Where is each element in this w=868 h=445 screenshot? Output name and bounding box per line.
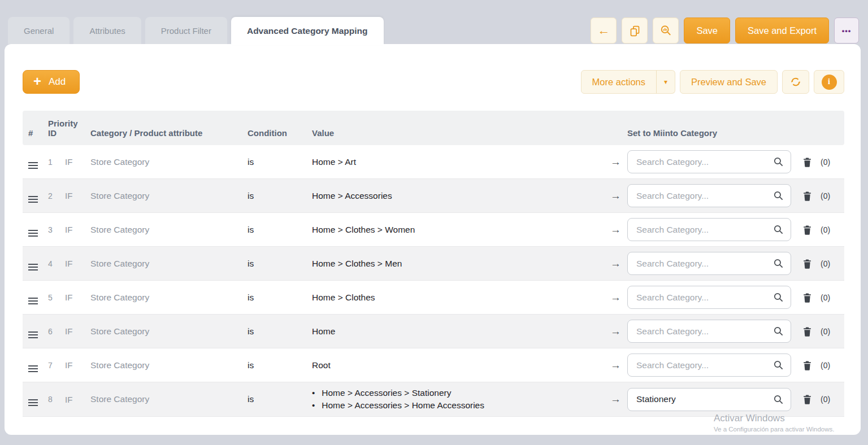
row-if-label: IF [65, 360, 90, 370]
drag-handle[interactable] [23, 189, 45, 203]
header-hash: # [23, 128, 45, 138]
row-attribute: Store Category [90, 326, 248, 337]
save-button[interactable]: Save [684, 18, 730, 43]
delete-row-button[interactable] [793, 224, 821, 235]
watermark-subtitle: Ve a Configuración para activar Windows. [714, 426, 835, 433]
row-attribute: Store Category [90, 157, 248, 167]
row-condition: is [248, 225, 312, 235]
trash-icon [802, 156, 813, 168]
plus-icon: + [33, 75, 41, 88]
row-value-line: Home [312, 325, 610, 338]
drag-handle[interactable] [23, 359, 45, 372]
mapped-count: (0) [821, 293, 844, 302]
trash-icon [802, 394, 813, 405]
delete-row-button[interactable] [793, 360, 821, 371]
delete-row-button[interactable] [793, 258, 821, 269]
arrow-right-icon: → [610, 325, 627, 338]
drag-handle[interactable] [23, 291, 45, 304]
mapped-count: (0) [821, 158, 844, 167]
back-arrow-icon: ← [597, 23, 610, 38]
search-icon [773, 156, 784, 167]
drag-handle[interactable] [23, 155, 45, 169]
category-search-cell [627, 388, 793, 411]
row-priority-id: 2 [45, 191, 65, 200]
delete-row-button[interactable] [793, 292, 821, 303]
more-actions-dropdown-button[interactable]: ▾ [656, 70, 675, 94]
header-set-to-category: Set to Miinto Category [627, 128, 793, 138]
row-priority-id: 1 [45, 158, 65, 167]
back-button[interactable]: ← [591, 18, 617, 43]
table-row: 3 IF Store Category is Home > Clothes > … [23, 213, 844, 247]
category-search-input[interactable] [627, 218, 791, 241]
drag-handle[interactable] [23, 223, 45, 237]
trash-icon [802, 258, 813, 269]
arrow-right-icon: → [610, 258, 627, 270]
arrow-right-icon: → [610, 224, 627, 236]
drag-handle[interactable] [23, 392, 45, 406]
row-value: Home > Art [312, 151, 610, 173]
duplicate-button[interactable] [622, 18, 648, 43]
row-value-line: Home > Clothes [312, 291, 610, 304]
drag-handle[interactable] [23, 325, 45, 338]
mapped-count: (0) [821, 225, 844, 234]
row-priority-id: 4 [45, 259, 65, 268]
category-search-cell [627, 320, 793, 343]
row-if-label: IF [65, 259, 90, 268]
table-header: # Priority ID Category / Product attribu… [23, 111, 844, 145]
row-priority-id: 7 [45, 361, 65, 370]
preview-and-save-button[interactable]: Preview and Save [680, 70, 778, 94]
delete-row-button[interactable] [793, 326, 821, 337]
row-attribute: Store Category [90, 259, 248, 269]
tab-general[interactable]: General [8, 17, 70, 44]
arrow-right-icon: → [610, 291, 627, 304]
row-value: Home > Accessories [312, 185, 610, 207]
watermark-title: Activar Windows [714, 413, 835, 424]
search-icon [773, 326, 784, 337]
drag-handle-icon [28, 162, 38, 169]
trash-icon [802, 224, 813, 235]
category-search-input[interactable] [627, 150, 791, 173]
category-search-input[interactable] [627, 388, 791, 411]
delete-row-button[interactable] [793, 190, 821, 202]
refresh-icon [790, 76, 801, 88]
preview-products-button[interactable] [653, 18, 679, 43]
ellipsis-icon: ••• [842, 27, 852, 35]
row-value: Root [312, 355, 610, 376]
trash-icon [802, 292, 813, 303]
category-search-input[interactable] [627, 320, 791, 343]
drag-handle[interactable] [23, 257, 45, 271]
delete-row-button[interactable] [793, 156, 821, 168]
row-condition: is [248, 157, 312, 167]
save-and-export-button[interactable]: Save and Export [735, 18, 829, 43]
row-condition: is [248, 326, 312, 337]
category-search-input[interactable] [627, 184, 791, 207]
category-search-input[interactable] [627, 354, 791, 377]
drag-handle-icon [28, 298, 38, 304]
category-search-cell [627, 286, 793, 309]
row-if-label: IF [65, 157, 90, 167]
tab-product-filter[interactable]: Product Filter [145, 17, 227, 44]
refresh-button[interactable] [782, 70, 809, 94]
more-options-button[interactable]: ••• [834, 18, 859, 43]
table-row: 6 IF Store Category is Home → [23, 315, 844, 348]
windows-activation-watermark: Activar Windows Ve a Configuración para … [714, 413, 835, 433]
more-actions-button[interactable]: More actions [581, 70, 657, 94]
magnifier-stats-icon [659, 24, 672, 37]
row-condition: is [248, 259, 312, 269]
header-priority-id: Priority ID [45, 119, 65, 138]
row-value-line: Home > Clothes > Women [312, 224, 610, 236]
row-value-line: Home > Art [312, 156, 610, 168]
chevron-down-icon: ▾ [664, 78, 667, 86]
trash-icon [802, 190, 813, 202]
info-button[interactable]: i [814, 70, 844, 94]
search-icon [773, 224, 784, 235]
category-search-input[interactable] [627, 252, 791, 275]
row-value: Home > Clothes [312, 287, 610, 308]
tab-advanced-category-mapping[interactable]: Advanced Category Mapping [231, 17, 384, 45]
add-button[interactable]: + Add [23, 70, 80, 94]
delete-row-button[interactable] [793, 394, 821, 405]
table-row: 1 IF Store Category is Home > Art → [23, 145, 844, 179]
category-search-input[interactable] [627, 286, 791, 309]
tab-attributes[interactable]: Attributes [73, 17, 141, 44]
category-search [627, 354, 791, 377]
